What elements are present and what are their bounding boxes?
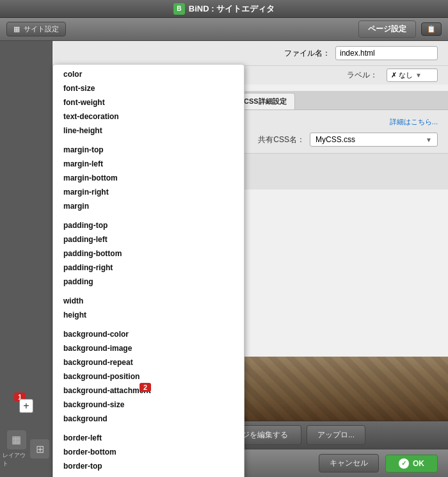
bottom-sidebar: ▦ レイアウト ⊞ <box>0 421 52 477</box>
dropdown-item-padding-left[interactable]: padding-left <box>53 232 244 247</box>
ok-check-icon: ✓ <box>399 458 409 469</box>
site-settings-button[interactable]: ▦ サイト設定 <box>6 22 66 36</box>
sidebar-icon-layout[interactable]: ▦ レイアウト <box>3 430 30 468</box>
help-icon: 📋 <box>427 25 436 33</box>
dropdown-item-line-height[interactable]: line-height <box>53 124 244 138</box>
css-dropdown-arrow-icon: ▼ <box>426 136 432 143</box>
label-value: ✗ なし <box>391 70 413 80</box>
dropdown-item-padding-right[interactable]: padding-right <box>53 261 244 275</box>
dropdown-item-height[interactable]: height <box>53 308 244 322</box>
dropdown-item-border-right[interactable]: border-right <box>53 473 244 477</box>
layout-icon: ▦ <box>7 430 26 449</box>
css-detail-link[interactable]: 詳細はこちら... <box>390 117 438 127</box>
app-title: BiND : サイトエディタ <box>189 3 275 15</box>
dropdown-item-color[interactable]: color <box>53 67 244 81</box>
dropdown-item-margin-right[interactable]: margin-right <box>53 185 244 199</box>
css-shared-label: 共有CSS名： <box>253 134 305 145</box>
dropdown-item-margin-left[interactable]: margin-left <box>53 157 244 171</box>
dropdown-item-margin-bottom[interactable]: margin-bottom <box>53 171 244 185</box>
sidebar-icon-grid[interactable]: ⊞ <box>30 439 49 458</box>
dropdown-item-background[interactable]: background <box>53 412 244 426</box>
dropdown-item-padding-bottom[interactable]: padding-bottom <box>53 247 244 261</box>
title-bar-content: B BiND : サイトエディタ <box>173 3 275 15</box>
upload-button[interactable]: アップロ... <box>307 425 365 445</box>
dropdown-item-margin[interactable]: margin <box>53 199 244 213</box>
dropdown-item-background-repeat[interactable]: background-repeat <box>53 355 244 369</box>
css-shared-input[interactable]: MyCSS.css ▼ <box>310 133 438 147</box>
dropdown-item-width[interactable]: width <box>53 294 244 308</box>
label-label: ラベル： <box>347 70 378 81</box>
dropdown-item-border-bottom[interactable]: border-bottom <box>53 445 244 459</box>
grid-icon-sidebar: ⊞ <box>30 439 49 458</box>
marker-2-badge: 2 <box>140 383 151 392</box>
css-property-dropdown[interactable]: colorfont-sizefont-weighttext-decoration… <box>52 64 244 477</box>
dropdown-item-background-color[interactable]: background-color <box>53 327 244 341</box>
dropdown-item-font-size[interactable]: font-size <box>53 81 244 95</box>
grid-icon: ▦ <box>13 25 20 33</box>
dropdown-item-font-weight[interactable]: font-weight <box>53 95 244 109</box>
ok-button[interactable]: ✓ OK <box>385 455 438 473</box>
dropdown-item-border-left[interactable]: border-left <box>53 431 244 445</box>
dropdown-item-margin-top[interactable]: margin-top <box>53 143 244 157</box>
content-panel: ファイル名： [C:site_name] ラベル： ✗ なし ▼ スクリプトと詳… <box>52 41 448 477</box>
filename-input[interactable] <box>335 46 438 60</box>
dropdown-item-padding[interactable]: padding <box>53 275 244 289</box>
cancel-button[interactable]: キャンセル <box>319 454 379 473</box>
page-settings-button[interactable]: ページ設定 <box>358 20 416 38</box>
site-settings-label: サイト設定 <box>24 24 59 34</box>
page-settings-label: ページ設定 <box>368 24 406 33</box>
label-select[interactable]: ✗ なし ▼ <box>387 69 438 82</box>
dropdown-item-padding-top[interactable]: padding-top <box>53 218 244 232</box>
dropdown-item-background-size[interactable]: background-size <box>53 398 244 412</box>
dropdown-item-border-top[interactable]: border-top <box>53 459 244 473</box>
dropdown-item-background-image[interactable]: background-image <box>53 341 244 355</box>
title-bar: B BiND : サイトエディタ <box>0 0 448 18</box>
app-icon: B <box>173 3 185 15</box>
add-css-property-button[interactable]: + <box>19 399 33 413</box>
filename-label: ファイル名： <box>284 48 330 59</box>
dropdown-arrow-icon: ▼ <box>415 72 422 79</box>
dropdown-item-text-decoration[interactable]: text-decoration <box>53 109 244 124</box>
dropdown-item-background-position[interactable]: background-position <box>53 369 244 384</box>
file-row: ファイル名： <box>52 41 448 65</box>
main-toolbar: ▦ サイト設定 ページ設定 📋 <box>0 18 448 41</box>
css-shared-value: MyCSS.css <box>316 135 355 144</box>
help-button[interactable]: 📋 <box>421 22 442 36</box>
main-area: ファイル名： [C:site_name] ラベル： ✗ なし ▼ スクリプトと詳… <box>0 41 448 477</box>
